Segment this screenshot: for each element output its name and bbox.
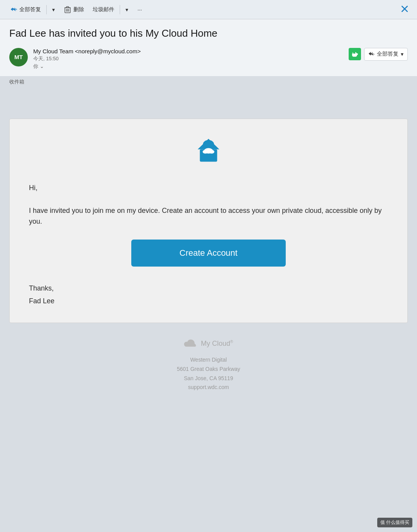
reply-all-label: 全部答复 <box>19 6 41 13</box>
svg-point-12 <box>203 150 208 154</box>
sender-actions: 全部答复 ▾ <box>349 48 408 61</box>
close-icon <box>402 6 408 13</box>
watermark: 值 什么值得买 <box>377 518 412 527</box>
inbox-label: 收件箱 <box>0 76 417 88</box>
sender-time: 今天, 15:50 <box>33 55 141 62</box>
header-reply-all-button[interactable]: 全部答复 ▾ <box>364 48 408 61</box>
footer-cloud-icon <box>184 338 198 349</box>
avatar: MT <box>9 48 28 66</box>
email-logo-area <box>29 134 388 167</box>
toolbar: 全部答复 ▾ 删除 垃圾邮件 ▾ <box>0 0 417 19</box>
thanks-line1: Thanks, <box>29 282 388 294</box>
create-account-button[interactable]: Create Account <box>131 240 286 267</box>
email-sign-off: Thanks, Fad Lee <box>29 282 388 307</box>
sender-row: MT My Cloud Team <noreply@mycloud.com> 今… <box>9 48 408 70</box>
reply-all-group: 全部答复 ▾ <box>6 4 59 15</box>
footer-address1: 5601 Great Oaks Parkway <box>19 365 398 374</box>
email-card: Hi, I have invited you to join me on my … <box>9 119 408 323</box>
spam-divider <box>120 5 120 14</box>
header-reply-all-label: 全部答复 <box>377 51 398 58</box>
sender-name: My Cloud Team <noreply@mycloud.com> <box>33 48 141 54</box>
footer-logo-text: My Cloud® <box>201 340 233 348</box>
email-footer: My Cloud® Western Digital 5601 Great Oak… <box>9 323 408 408</box>
to-chevron-icon: ⌄ <box>40 63 44 69</box>
svg-marker-10 <box>198 139 219 149</box>
email-subject: Fad Lee has invited you to his My Cloud … <box>9 27 408 40</box>
spam-button[interactable]: 垃圾邮件 <box>89 4 118 15</box>
email-paragraph: I have invited you to join me on my devi… <box>29 205 388 228</box>
footer-support: support.wdc.com <box>19 383 398 392</box>
more-button[interactable]: ··· <box>134 4 146 15</box>
evernote-button[interactable] <box>349 48 361 60</box>
reply-all-button[interactable]: 全部答复 <box>6 4 45 15</box>
reply-all-divider <box>46 5 47 14</box>
thanks-line2: Fad Lee <box>29 295 388 307</box>
my-cloud-home-icon <box>193 134 224 165</box>
footer-logo: My Cloud® <box>19 338 398 349</box>
sender-left: MT My Cloud Team <noreply@mycloud.com> 今… <box>9 48 141 70</box>
delete-label: 删除 <box>73 6 84 13</box>
top-spacer <box>9 88 408 119</box>
more-icon: ··· <box>137 7 142 13</box>
spam-dropdown[interactable]: ▾ <box>122 4 132 15</box>
svg-rect-2 <box>66 7 69 8</box>
sender-to: 你 ⌄ <box>33 63 141 70</box>
email-body-container: Hi, I have invited you to join me on my … <box>0 88 417 408</box>
close-button[interactable] <box>398 3 411 16</box>
email-greeting: Hi, <box>29 182 388 194</box>
svg-point-13 <box>209 150 214 154</box>
footer-address2: San Jose, CA 95119 <box>19 374 398 383</box>
sender-info: My Cloud Team <noreply@mycloud.com> 今天, … <box>33 48 141 70</box>
reply-all-icon <box>10 6 17 13</box>
inbox-text: 收件箱 <box>9 79 24 85</box>
email-header: Fad Lee has invited you to his My Cloud … <box>0 19 417 76</box>
trash-icon <box>64 6 71 13</box>
delete-group: 删除 垃圾邮件 ▾ <box>60 4 132 15</box>
header-reply-chevron: ▾ <box>401 51 403 57</box>
delete-button[interactable]: 删除 <box>60 4 88 15</box>
chevron-down-icon: ▾ <box>52 7 55 13</box>
spam-label: 垃圾邮件 <box>93 6 114 13</box>
footer-company: Western Digital <box>19 355 398 365</box>
to-label: 你 <box>33 63 38 70</box>
footer-address: Western Digital 5601 Great Oaks Parkway … <box>19 355 398 392</box>
spam-chevron-icon: ▾ <box>125 7 128 13</box>
reply-all-dropdown[interactable]: ▾ <box>48 4 59 15</box>
header-reply-all-icon <box>368 51 375 58</box>
